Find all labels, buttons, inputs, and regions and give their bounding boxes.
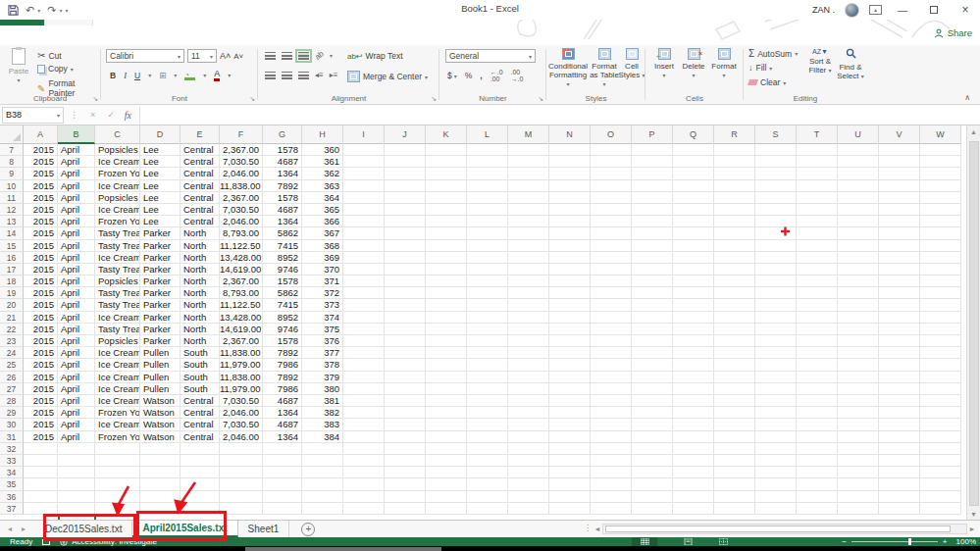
cell-R36[interactable] [714,491,755,503]
cell-F20[interactable]: 11,122.50 [220,299,263,311]
cell-F9[interactable]: 2,046.00 [220,168,263,179]
cell-D9[interactable]: Lee [140,168,181,179]
cell-R33[interactable] [714,455,755,467]
cell-N24[interactable] [549,347,591,359]
cell-G30[interactable]: 4687 [263,419,302,430]
cell-M36[interactable] [508,491,549,503]
cell-D35[interactable] [140,478,181,490]
cell-W32[interactable] [920,443,961,455]
column-header-D[interactable]: D [140,125,181,144]
cell-M27[interactable] [508,383,549,395]
align-right-icon[interactable] [298,72,309,79]
cell-E30[interactable]: Central [181,419,220,430]
column-header-H[interactable]: H [302,125,343,144]
cell-F7[interactable]: 2,367.00 [220,144,263,156]
cell-V13[interactable] [879,216,920,227]
cell-C8[interactable]: Ice Cream [95,156,140,168]
cell-A17[interactable]: 2015 [24,264,58,276]
share-button[interactable]: Share [934,27,972,38]
cell-J11[interactable] [385,192,426,204]
cell-G35[interactable] [263,478,302,490]
row-header-17[interactable]: 17 [0,264,24,276]
cell-A23[interactable]: 2015 [24,335,58,347]
cell-G16[interactable]: 8952 [263,252,302,264]
cell-U14[interactable] [838,227,879,239]
cell-W25[interactable] [920,359,961,371]
insert-cells-button[interactable]: ← Insert▾ [650,48,678,80]
cell-R7[interactable] [714,144,755,156]
row-header-34[interactable]: 34 [0,467,24,478]
column-header-M[interactable]: M [508,125,549,144]
cell-G33[interactable] [263,455,302,467]
cell-D11[interactable]: Lee [140,192,181,204]
cell-D26[interactable]: Pullen [140,372,181,383]
cell-H14[interactable]: 367 [302,227,343,239]
cell-N9[interactable] [549,168,591,179]
cell-P18[interactable] [632,276,673,287]
cell-F14[interactable]: 8,793.00 [220,227,263,239]
cell-L32[interactable] [467,443,508,455]
cell-T15[interactable] [797,240,838,252]
cell-I30[interactable] [343,419,385,430]
cell-W27[interactable] [920,383,961,395]
cell-S27[interactable] [755,383,797,395]
cell-J35[interactable] [385,478,426,490]
cell-C15[interactable]: Tasty Treats [95,240,140,252]
cell-W23[interactable] [920,335,961,347]
cell-V21[interactable] [879,312,920,324]
cell-G26[interactable]: 7892 [263,372,302,383]
row-header-25[interactable]: 25 [0,359,24,371]
cell-Q12[interactable] [673,204,714,216]
cell-T32[interactable] [797,443,838,455]
cell-S31[interactable] [755,431,797,443]
cell-H27[interactable]: 380 [302,383,343,395]
cell-P28[interactable] [632,395,673,407]
cell-R16[interactable] [714,252,755,264]
page-layout-view-icon[interactable] [675,537,700,546]
cell-G10[interactable]: 7892 [263,180,302,192]
cell-L24[interactable] [467,347,508,359]
cell-O37[interactable] [591,503,632,515]
cell-K27[interactable] [426,383,467,395]
cell-L35[interactable] [467,478,508,490]
font-color-icon[interactable]: A [214,69,220,81]
cell-A35[interactable] [24,478,58,490]
cell-I16[interactable] [343,252,385,264]
cell-F24[interactable]: 11,838.00 [220,347,263,359]
cell-V11[interactable] [879,192,920,204]
cell-U27[interactable] [838,383,879,395]
cell-L18[interactable] [467,276,508,287]
row-header-31[interactable]: 31 [0,431,24,443]
cell-D21[interactable]: Parker [140,312,181,324]
cell-N32[interactable] [549,443,591,455]
cell-R32[interactable] [714,443,755,455]
underline-button[interactable]: U [134,71,140,80]
cell-J28[interactable] [385,395,426,407]
cell-O15[interactable] [591,240,632,252]
row-header-14[interactable]: 14 [0,227,24,239]
insert-function-icon[interactable]: fx [125,110,131,121]
cell-L14[interactable] [467,227,508,239]
cell-C29[interactable]: Frozen Yogurt [95,407,140,419]
cell-H17[interactable]: 370 [302,264,343,276]
cell-H18[interactable]: 371 [302,276,343,287]
cell-K12[interactable] [426,204,467,216]
cell-A27[interactable]: 2015 [24,383,58,395]
cell-N34[interactable] [549,467,591,478]
cell-T30[interactable] [797,419,838,430]
cell-A20[interactable]: 2015 [24,299,58,311]
cell-C31[interactable]: Frozen Yogurt [95,431,140,443]
cell-J10[interactable] [385,180,426,192]
cell-B9[interactable]: April [58,168,95,179]
cell-R24[interactable] [714,347,755,359]
cell-Q17[interactable] [673,264,714,276]
cell-S36[interactable] [755,491,797,503]
middle-align-icon[interactable] [282,52,292,60]
cell-U15[interactable] [838,240,879,252]
cell-T22[interactable] [797,324,838,335]
cell-I14[interactable] [343,227,385,239]
cell-D10[interactable]: Lee [140,180,181,192]
cell-Q22[interactable] [673,324,714,335]
cell-E36[interactable] [181,491,220,503]
cell-S35[interactable] [755,478,797,490]
